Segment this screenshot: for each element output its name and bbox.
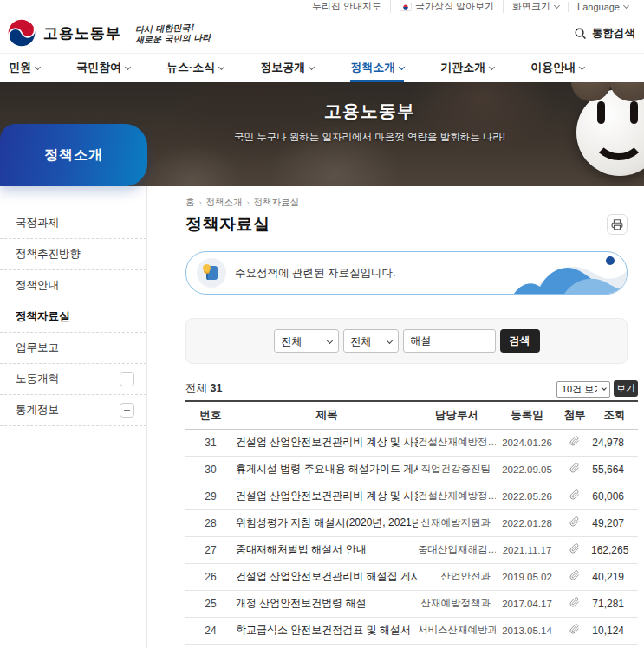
attachment-icon <box>558 489 591 502</box>
printer-icon <box>611 218 623 230</box>
sidebar-item-statistics[interactable]: 통계정보 <box>0 395 146 426</box>
utility-national-symbol[interactable]: 국가상징 알아보기 <box>390 0 503 13</box>
page-size-select[interactable]: 10건 보기 <box>556 381 610 398</box>
table-row: 24 학교급식소 안전보건점검표 및 해설서 서비스산재예방과 2013.05.… <box>185 618 638 645</box>
nav-disclosure[interactable]: 정보공개 <box>260 54 314 82</box>
post-title-link[interactable]: 건설업 산업안전보건관리비 해설집 게시 <box>236 569 418 584</box>
col-header-date: 등록일 <box>496 408 558 423</box>
nav-minwon[interactable]: 민원 <box>9 54 40 82</box>
chevron-down-icon <box>35 63 41 69</box>
nav-label: 정보공개 <box>260 60 305 75</box>
post-title-link[interactable]: 중대재해처벌법 해설서 안내 <box>236 542 418 557</box>
cell-dept: 산재예방정책과 <box>418 597 496 610</box>
content-area: 국정과제 정책추진방향 정책안내 정책자료실 업무보고 노동개혁 통계정보 홈 … <box>0 186 644 648</box>
expand-plus-icon[interactable] <box>120 403 134 418</box>
breadcrumb-policy[interactable]: 정책소개 <box>206 197 243 209</box>
table-body: 31 건설업 산업안전보건관리비 계상 및 사용기준(고용노동부 … 건설산재예… <box>185 430 638 645</box>
global-search-button[interactable]: 통합검색 <box>574 26 635 41</box>
chevron-down-icon <box>554 3 560 9</box>
cell-views: 55,664 <box>591 463 638 476</box>
page-title: 정책자료실 <box>185 213 270 236</box>
cell-views: 40,219 <box>591 571 638 583</box>
hero-subtitle: 국민 누구나 원하는 일자리에서 마음껏 역량을 발휘하는 나라! <box>173 131 566 144</box>
utility-language[interactable]: Language <box>568 2 637 12</box>
chevron-down-icon <box>399 63 405 69</box>
title-row: 정책자료실 <box>185 213 628 236</box>
chevron-down-icon <box>309 63 315 69</box>
sidebar-item-labor-reform[interactable]: 노동개혁 <box>0 364 146 395</box>
cell-no: 27 <box>185 544 236 556</box>
post-title-link[interactable]: 개정 산업안전보건법령 해설 <box>236 596 418 611</box>
sidebar-item-national-tasks[interactable]: 국정과제 <box>0 208 146 239</box>
table-row: 31 건설업 산업안전보건관리비 계상 및 사용기준(고용노동부 … 건설산재예… <box>185 430 638 457</box>
utility-font-size[interactable]: 화면크기 <box>503 0 568 13</box>
global-search-label: 통합검색 <box>592 26 635 41</box>
taegeuk-logo-icon <box>7 18 36 48</box>
expand-plus-icon[interactable] <box>120 372 134 386</box>
cell-date: 2022.05.26 <box>496 491 558 502</box>
breadcrumb-home[interactable]: 홈 <box>185 197 195 209</box>
cell-date: 2017.04.17 <box>496 599 558 609</box>
cell-date: 2022.09.05 <box>496 464 558 475</box>
site-header: 고용노동부 다시 대한민국! 새로운 국민의 나라 통합검색 <box>0 13 644 54</box>
attachment-icon <box>558 516 591 529</box>
nav-guide[interactable]: 이용안내 <box>530 54 584 82</box>
utility-language-label: Language <box>577 2 620 12</box>
nav-policy[interactable]: 정책소개 <box>350 54 404 82</box>
attachment-icon <box>558 597 591 610</box>
nav-news[interactable]: 뉴스·소식 <box>166 54 224 82</box>
col-header-views: 조회 <box>591 408 638 423</box>
table-row: 28 위험성평가 지침 해설서(2020년, 2021년) 산재예방지원과 20… <box>185 510 638 537</box>
search-button[interactable]: 검색 <box>500 329 540 353</box>
utility-sitemap[interactable]: 누리집 안내지도 <box>303 0 390 13</box>
breadcrumb: 홈 › 정책소개 › 정책자료실 <box>185 197 639 209</box>
cell-date: 2024.01.26 <box>496 437 558 448</box>
post-title-link[interactable]: 위험성평가 지침 해설서(2020년, 2021년) <box>236 515 418 530</box>
nav-label: 국민참여 <box>76 60 121 75</box>
cell-views: 49,207 <box>591 517 638 529</box>
post-title-link[interactable]: 휴게시설 법령 주요내용 해설가이드 게시 <box>236 462 418 476</box>
keyword-input[interactable] <box>403 329 496 353</box>
attachment-icon <box>558 570 591 583</box>
cell-no: 25 <box>185 598 236 610</box>
post-title-link[interactable]: 학교급식소 안전보건점검표 및 해설서 <box>236 623 418 638</box>
list-control-right: 10건 보기 보기 <box>556 380 638 398</box>
post-title-link[interactable]: 건설업 산업안전보건관리비 계상 및 사용기준(고용노동부 … <box>236 489 418 503</box>
nav-organization[interactable]: 기관소개 <box>440 54 494 82</box>
chevron-down-icon <box>579 63 585 69</box>
page: 누리집 안내지도 국가상징 알아보기 화면크기 Language 고용노동부 다… <box>0 0 644 648</box>
attachment-icon <box>558 436 591 449</box>
smiley-mouth <box>591 110 644 160</box>
print-button[interactable] <box>607 214 628 235</box>
cell-no: 24 <box>185 625 236 637</box>
col-header-dept: 담당부서 <box>418 408 496 423</box>
cell-date: 2021.11.17 <box>496 545 558 555</box>
page-size-wrap: 10건 보기 <box>556 380 610 398</box>
ministry-logo[interactable]: 고용노동부 <box>7 18 121 48</box>
filter-select-wrap: 전체 <box>343 329 399 353</box>
cell-date: 2022.01.28 <box>496 518 558 528</box>
nav-participation[interactable]: 국민참여 <box>76 54 130 82</box>
board-search-form: 전체 전체 검색 <box>185 318 628 364</box>
sidebar-item-policy-library[interactable]: 정책자료실 <box>0 301 146 333</box>
post-title-link[interactable]: 건설업 산업안전보건관리비 계상 및 사용기준(고용노동부 … <box>236 435 418 450</box>
sidebar-item-label: 정책자료실 <box>16 309 70 324</box>
wave-decoration-icon <box>514 252 627 294</box>
category-select-2[interactable]: 전체 <box>343 329 399 353</box>
table-row: 25 개정 산업안전보건법령 해설 산재예방정책과 2017.04.17 71,… <box>185 591 638 618</box>
nav-label: 정책소개 <box>350 60 395 75</box>
hero-title: 고용노동부 <box>173 100 566 123</box>
board-table: 번호 제목 담당부서 등록일 첨부 조회 31 건설업 산업안전보건관리비 계상… <box>185 400 638 645</box>
sidebar-item-policy-guide[interactable]: 정책안내 <box>0 270 146 301</box>
cell-dept: 산재예방지원과 <box>418 516 496 529</box>
breadcrumb-current[interactable]: 정책자료실 <box>254 197 300 209</box>
korea-flag-icon <box>400 3 412 11</box>
category-select-1[interactable]: 전체 <box>274 329 339 353</box>
table-row: 29 건설업 산업안전보건관리비 계상 및 사용기준(고용노동부 … 건설산재예… <box>185 483 638 510</box>
cell-no: 31 <box>185 437 236 449</box>
sidebar-item-policy-direction[interactable]: 정책추진방향 <box>0 239 146 270</box>
col-header-no: 번호 <box>185 408 236 423</box>
sidebar-item-work-report[interactable]: 업무보고 <box>0 333 146 364</box>
view-button[interactable]: 보기 <box>614 380 638 397</box>
bulb-glyph <box>203 264 211 272</box>
